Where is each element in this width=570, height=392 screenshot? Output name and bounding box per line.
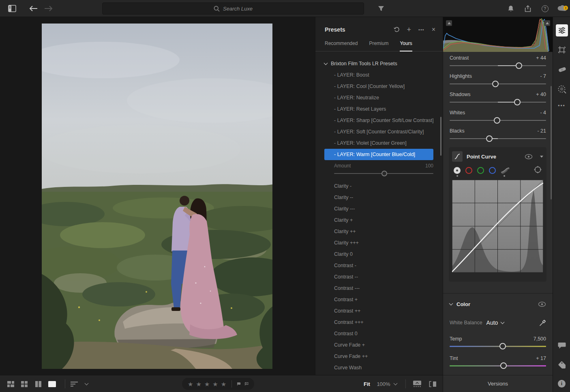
create-preset-button[interactable]: + (407, 26, 411, 33)
reset-history-button[interactable] (393, 27, 400, 33)
preset-item[interactable]: Contrast 0 (324, 328, 433, 339)
preset-item[interactable]: Contrast + (324, 294, 433, 305)
star-icon[interactable]: ★ (204, 381, 210, 387)
notifications-button[interactable] (504, 0, 517, 17)
shadow-clip-indicator[interactable] (446, 20, 452, 26)
tone-curve[interactable] (452, 180, 543, 273)
sort-order-dropdown[interactable] (82, 375, 91, 392)
preset-item-selected[interactable]: - LAYER: Warm [Counter Blue/Cold] (324, 149, 433, 160)
photo-grid-view-button[interactable] (5, 375, 16, 392)
channel-parametric-button[interactable] (501, 167, 510, 174)
slider-knob[interactable] (492, 81, 499, 87)
preset-item[interactable]: Contrast +++ (324, 317, 433, 328)
slider-knob[interactable] (516, 62, 522, 69)
preset-item[interactable]: Clarity +++ (324, 237, 433, 248)
channel-green-button[interactable] (477, 167, 484, 174)
search-input[interactable]: Search Luxe (223, 6, 253, 12)
detail-view-button[interactable] (46, 375, 58, 392)
slider-track[interactable] (450, 346, 546, 347)
white-balance-eyedropper[interactable] (539, 319, 546, 326)
preset-item[interactable]: Curve Fade + (324, 339, 433, 351)
keywords-button[interactable] (553, 358, 570, 372)
flag-reject-button[interactable] (245, 381, 249, 387)
preset-item[interactable]: Clarity ++ (324, 226, 433, 237)
channel-luminance-button[interactable] (454, 167, 461, 174)
preset-group-header[interactable]: Brixton Film Tools LR Presets (324, 58, 443, 69)
close-presets-button[interactable]: × (432, 26, 435, 33)
slider-knob[interactable] (500, 362, 507, 369)
panel-toggle-button[interactable] (6, 0, 19, 17)
preset-item[interactable]: - LAYER: Sharp [Counter Soft/Low Contras… (324, 115, 433, 126)
tab-premium[interactable]: Premium (369, 41, 388, 51)
share-button[interactable] (521, 0, 534, 17)
color-section-caret[interactable] (449, 302, 453, 306)
presets-scrollbar[interactable] (440, 117, 441, 156)
preset-item[interactable]: Clarity - (324, 180, 433, 192)
edit-panel-scrollbar[interactable] (551, 86, 552, 199)
preset-item[interactable]: - LAYER: Boost (324, 69, 433, 81)
cloud-status-button[interactable]: ! (555, 0, 569, 17)
preset-item[interactable]: Clarity + (324, 214, 433, 226)
preset-item[interactable]: - LAYER: Violet [Counter Green] (324, 137, 433, 149)
edit-button[interactable] (553, 24, 570, 37)
presets-more-button[interactable]: ••• (418, 28, 424, 32)
preset-item[interactable]: Clarity 0 (324, 248, 433, 260)
crop-button[interactable] (553, 43, 570, 57)
preset-item[interactable]: Curve Wash (324, 362, 433, 373)
preset-item[interactable]: Contrast - (324, 260, 433, 271)
star-icon[interactable]: ★ (188, 381, 193, 387)
slider-track[interactable] (450, 65, 546, 66)
help-button[interactable]: ? (538, 0, 551, 17)
star-icon[interactable]: ★ (212, 381, 218, 387)
compare-view-button[interactable] (32, 375, 44, 392)
zoom-level-dropdown[interactable]: 100% (375, 375, 399, 392)
slider-track[interactable] (450, 138, 546, 139)
search-bar[interactable]: Search Luxe (102, 2, 364, 15)
channel-blue-button[interactable] (489, 167, 496, 174)
zoom-fit-button[interactable]: Fit (361, 375, 373, 392)
highlight-clip-indicator[interactable] (544, 20, 550, 26)
forward-button[interactable] (42, 0, 55, 17)
back-button[interactable] (27, 0, 40, 17)
point-curve-visibility-toggle[interactable] (525, 154, 533, 159)
preset-item[interactable]: Contrast --- (324, 283, 433, 294)
preset-item[interactable]: - LAYER: Reset Layers (324, 103, 433, 115)
slider-knob[interactable] (499, 343, 506, 349)
curve-target-button[interactable] (534, 166, 542, 175)
color-visibility-toggle[interactable] (538, 302, 546, 307)
point-curve-button[interactable] (452, 151, 463, 162)
preset-item[interactable]: - LAYER: Soft [Counter Contrast/Clarity] (324, 126, 433, 137)
preset-item[interactable]: - LAYER: Neutralize (324, 92, 433, 103)
preset-amount-slider[interactable] (334, 173, 433, 174)
more-tools-button[interactable]: ••• (553, 99, 570, 113)
slider-track[interactable] (450, 102, 546, 103)
healing-button[interactable] (553, 63, 570, 77)
preset-item[interactable]: Contrast -- (324, 271, 433, 283)
slider-knob[interactable] (381, 171, 387, 176)
slider-knob[interactable] (486, 135, 493, 142)
comments-button[interactable] (553, 338, 570, 352)
histogram[interactable] (443, 17, 553, 52)
preset-item[interactable]: Curve Fade ++ (324, 351, 433, 362)
white-balance-dropdown[interactable]: Auto (486, 319, 504, 326)
star-icon[interactable]: ★ (221, 381, 226, 387)
preset-item[interactable]: - LAYER: Cool [Counter Yellow] (324, 81, 433, 92)
filter-button[interactable] (375, 0, 388, 17)
channel-red-button[interactable] (465, 167, 472, 174)
photo[interactable] (42, 24, 272, 369)
before-after-button[interactable] (426, 375, 439, 392)
point-curve-collapse-caret[interactable] (540, 156, 543, 158)
star-icon[interactable]: ★ (196, 381, 201, 387)
flag-pick-button[interactable] (237, 381, 241, 387)
sort-button[interactable] (68, 375, 80, 392)
tab-yours[interactable]: Yours (400, 41, 412, 51)
slider-track[interactable] (450, 365, 546, 366)
versions-button[interactable]: Versions (443, 375, 553, 392)
preset-item[interactable]: Clarity -- (324, 192, 433, 203)
preset-item[interactable]: Contrast ++ (324, 305, 433, 317)
square-grid-view-button[interactable] (19, 375, 30, 392)
tab-recommended[interactable]: Recommended (325, 41, 358, 51)
slider-knob[interactable] (514, 99, 521, 105)
masking-button[interactable] (553, 82, 570, 96)
slider-track[interactable] (450, 84, 546, 84)
